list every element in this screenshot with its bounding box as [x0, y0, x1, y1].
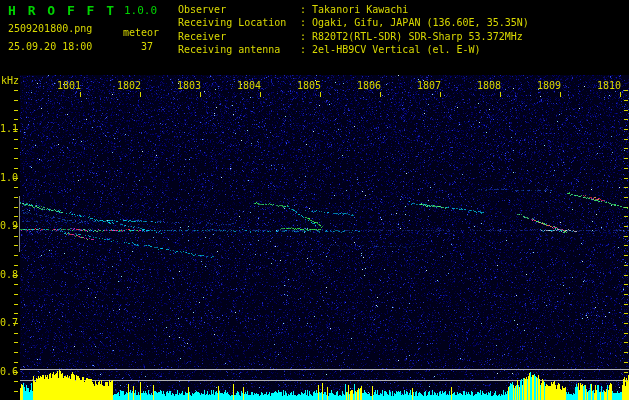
app-title: H R O F F T [8, 3, 116, 18]
output-filename: 2509201800.png [8, 23, 92, 35]
observer-label: Observer [178, 4, 300, 16]
freq-axis-unit: kHz [1, 75, 19, 87]
info-row-observer: Observer: Takanori Kawachi [178, 4, 408, 16]
hrofft-screen: H R O F F T 1.0.0 2509201800.png meteor … [0, 0, 629, 400]
separator: : [300, 17, 312, 28]
separator: : [300, 44, 312, 55]
app-version: 1.0.0 [124, 4, 157, 17]
freq-tick-label: 1.0 [0, 172, 18, 184]
antenna-label: Receiving antenna [178, 44, 300, 56]
meteor-count: 37 [141, 41, 153, 53]
time-tick-label: 1803 [177, 80, 201, 92]
freq-tick-label: 1.1 [0, 123, 18, 135]
time-tick-label: 1805 [297, 80, 321, 92]
separator: : [300, 4, 312, 15]
freq-tick-label: 0.7 [0, 317, 18, 329]
time-tick-label: 1802 [117, 80, 141, 92]
spectrogram-plot [0, 0, 629, 400]
info-row-receiver: Receiver: R820T2(RTL-SDR) SDR-Sharp 53.3… [178, 31, 523, 43]
freq-tick-label: 0.8 [0, 269, 18, 281]
time-tick-label: 1807 [417, 80, 441, 92]
observer-value: Takanori Kawachi [312, 4, 408, 15]
location-value: Ogaki, Gifu, JAPAN (136.60E, 35.35N) [312, 17, 529, 28]
date-time: 25.09.20 18:00 [8, 41, 92, 53]
info-row-antenna: Receiving antenna: 2el-HB9CV Vertical (e… [178, 44, 481, 56]
separator: : [300, 31, 312, 42]
time-tick-label: 1804 [237, 80, 261, 92]
time-tick-label: 1808 [477, 80, 501, 92]
freq-tick-label: 0.9 [0, 220, 18, 232]
receiver-value: R820T2(RTL-SDR) SDR-Sharp 53.372MHz [312, 31, 523, 42]
time-tick-label: 1801 [57, 80, 81, 92]
receiver-label: Receiver [178, 31, 300, 43]
info-row-location: Receiving Location: Ogaki, Gifu, JAPAN (… [178, 17, 529, 29]
location-label: Receiving Location [178, 17, 300, 29]
time-tick-label: 1806 [357, 80, 381, 92]
antenna-value: 2el-HB9CV Vertical (el. E-W) [312, 44, 481, 55]
time-tick-label: 1810 [597, 80, 621, 92]
time-tick-label: 1809 [537, 80, 561, 92]
mode-label: meteor [123, 27, 159, 39]
freq-tick-label: 0.6 [0, 366, 18, 378]
